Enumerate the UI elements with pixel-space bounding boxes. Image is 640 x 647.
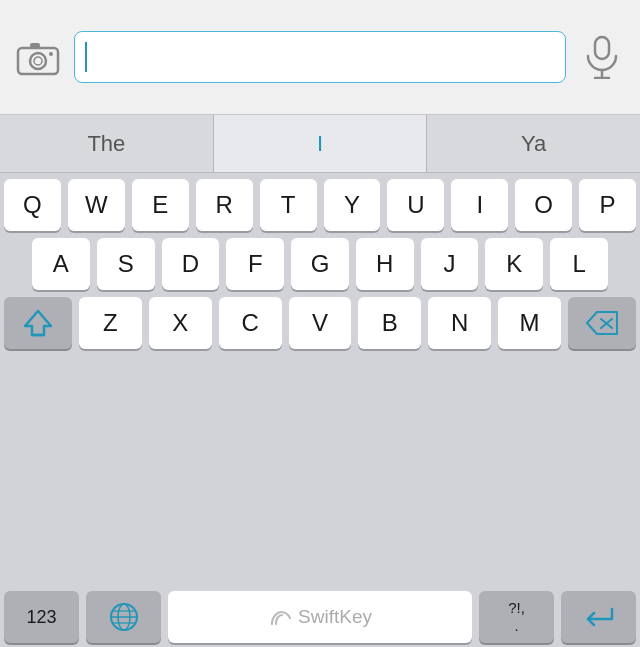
enter-key[interactable] [561, 591, 636, 643]
microphone-button[interactable] [576, 31, 628, 83]
svg-marker-8 [25, 311, 51, 335]
autocomplete-i[interactable]: I [214, 115, 428, 172]
key-u[interactable]: U [387, 179, 444, 231]
microphone-icon [582, 35, 622, 79]
numbers-key[interactable]: 123 [4, 591, 79, 643]
top-bar [0, 0, 640, 115]
key-p[interactable]: P [579, 179, 636, 231]
key-i[interactable]: I [451, 179, 508, 231]
enter-icon [584, 605, 614, 629]
key-t[interactable]: T [260, 179, 317, 231]
key-q[interactable]: Q [4, 179, 61, 231]
autocomplete-ya[interactable]: Ya [427, 115, 640, 172]
key-r[interactable]: R [196, 179, 253, 231]
key-n[interactable]: N [428, 297, 491, 349]
key-a[interactable]: A [32, 238, 90, 290]
camera-icon [16, 38, 60, 76]
key-j[interactable]: J [421, 238, 479, 290]
key-y[interactable]: Y [324, 179, 381, 231]
key-b[interactable]: B [358, 297, 421, 349]
globe-icon [108, 601, 140, 633]
symbols-label: ?!,. [508, 599, 525, 635]
keyboard-row-1: Q W E R T Y U I O P [4, 179, 636, 231]
key-l[interactable]: L [550, 238, 608, 290]
globe-key[interactable] [86, 591, 161, 643]
key-c[interactable]: C [219, 297, 282, 349]
svg-point-2 [34, 57, 42, 65]
keyboard-row-3: Z X C V B N M [4, 297, 636, 349]
swiftkey-logo: SwiftKey [268, 606, 372, 628]
key-f[interactable]: F [226, 238, 284, 290]
shift-icon [23, 308, 53, 338]
key-g[interactable]: G [291, 238, 349, 290]
shift-key[interactable] [4, 297, 72, 349]
symbols-key[interactable]: ?!,. [479, 591, 554, 643]
backspace-key[interactable] [568, 297, 636, 349]
autocomplete-the[interactable]: The [0, 115, 214, 172]
text-input[interactable] [74, 31, 566, 83]
key-e[interactable]: E [132, 179, 189, 231]
space-key[interactable]: SwiftKey [168, 591, 472, 643]
key-k[interactable]: K [485, 238, 543, 290]
svg-point-4 [49, 52, 53, 56]
key-x[interactable]: X [149, 297, 212, 349]
camera-button[interactable] [12, 31, 64, 83]
svg-point-1 [30, 53, 46, 69]
key-w[interactable]: W [68, 179, 125, 231]
keyboard-bottom-row: 123 SwiftKey ?!,. [0, 591, 640, 647]
swiftkey-text: SwiftKey [298, 606, 372, 628]
backspace-icon [585, 310, 619, 336]
swiftkey-symbol [268, 606, 294, 628]
key-s[interactable]: S [97, 238, 155, 290]
keyboard-row-2: A S D F G H J K L [4, 238, 636, 290]
key-d[interactable]: D [162, 238, 220, 290]
svg-rect-3 [30, 43, 40, 48]
key-h[interactable]: H [356, 238, 414, 290]
autocomplete-row: The I Ya [0, 115, 640, 173]
key-o[interactable]: O [515, 179, 572, 231]
key-m[interactable]: M [498, 297, 561, 349]
text-cursor [85, 42, 87, 72]
keyboard: Q W E R T Y U I O P A S D F G H J K L Z … [0, 173, 640, 591]
svg-rect-5 [595, 37, 609, 59]
key-z[interactable]: Z [79, 297, 142, 349]
key-v[interactable]: V [289, 297, 352, 349]
